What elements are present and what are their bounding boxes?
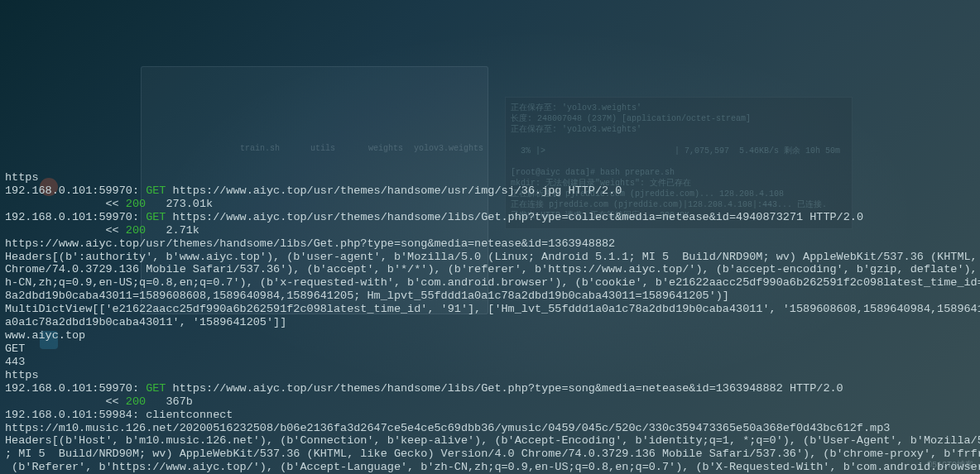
log-segment: a0a1c78a2dbd19b0caba43011', '1589641205'… xyxy=(5,316,286,328)
log-line: << 200 367b xyxy=(5,395,975,409)
terminal-output[interactable]: https192.168.0.101:59970: GET https://ww… xyxy=(0,171,980,474)
file-item: yolov3.weights xyxy=(414,144,483,154)
log-line: www.aiyc.top xyxy=(5,329,975,342)
log-segment: h-CN,zh;q=0.9,en-US;q=0.8,en;q=0.7'), (b… xyxy=(5,276,980,289)
log-segment: GET xyxy=(146,184,166,197)
log-line: 192.168.0.101:59984: clientconnect xyxy=(5,409,975,422)
log-segment: https://www.aiyc.top/usr/themes/handsome… xyxy=(166,184,622,197)
log-segment: 2.71k xyxy=(146,224,199,237)
log-segment: 443 xyxy=(5,356,25,368)
log-line: 443 xyxy=(5,356,975,369)
log-segment: 192.168.0.101:59970: xyxy=(5,382,146,395)
log-segment: 367b xyxy=(146,395,193,408)
log-line: https xyxy=(5,369,975,382)
log-line: ; MI 5 Build/NRD90M; wv) AppleWebKit/537… xyxy=(5,448,975,461)
log-line: https://m10.music.126.net/20200516232508… xyxy=(5,422,975,435)
log-line: (b'Referer', b'https://www.aiyc.top/'), … xyxy=(5,461,975,474)
log-line: GET xyxy=(5,342,975,356)
log-segment: (b'Referer', b'https://www.aiyc.top/'), … xyxy=(5,461,980,473)
log-segment: 192.168.0.101:59970: xyxy=(5,184,146,197)
log-segment: 200 xyxy=(126,395,146,408)
log-line: https://www.aiyc.top/usr/themes/handsome… xyxy=(5,237,975,251)
file-item: weights xyxy=(368,144,403,154)
log-line: Chrome/74.0.3729.136 Mobile Safari/537.3… xyxy=(5,263,975,276)
log-line: 192.168.0.101:59970: GET https://www.aiy… xyxy=(5,382,975,395)
log-segment: https://m10.music.126.net/20200516232508… xyxy=(5,422,890,434)
log-segment: 192.168.0.101:59970: xyxy=(5,211,146,223)
log-line: << 200 273.01k xyxy=(5,198,975,211)
log-segment: GET xyxy=(146,382,166,395)
log-line: 192.168.0.101:59970: GET https://www.aiy… xyxy=(5,211,975,224)
log-line: Headers[(b':authority', b'www.aiyc.top')… xyxy=(5,251,975,264)
log-segment: ; MI 5 Build/NRD90M; wv) AppleWebKit/537… xyxy=(5,448,980,460)
log-segment: 200 xyxy=(126,224,146,237)
log-segment: https xyxy=(5,171,39,184)
log-segment: 8a2dbd19b0caba43011=1589608608,158964098… xyxy=(5,290,729,302)
log-segment: Headers[(b':authority', b'www.aiyc.top')… xyxy=(5,251,980,263)
log-segment: 273.01k xyxy=(146,198,213,210)
log-line: https xyxy=(5,171,975,184)
watermark-text: ©51CTO博客 xyxy=(927,461,973,471)
log-segment: www.aiyc.top xyxy=(5,329,85,342)
log-segment: << xyxy=(5,395,126,408)
log-segment: Chrome/74.0.3729.136 Mobile Safari/537.3… xyxy=(5,263,980,275)
log-segment: MultiDictView[['e21622aacc25df990a6b2625… xyxy=(5,303,980,315)
log-segment: GET xyxy=(146,211,166,223)
log-segment: https://www.aiyc.top/usr/themes/handsome… xyxy=(166,211,863,223)
log-segment: https://www.aiyc.top/usr/themes/handsome… xyxy=(166,382,843,395)
log-line: h-CN,zh;q=0.9,en-US;q=0.8,en;q=0.7'), (b… xyxy=(5,276,975,290)
log-line: << 200 2.71k xyxy=(5,224,975,237)
log-segment: https xyxy=(5,369,39,381)
log-segment: 192.168.0.101:59984: clientconnect xyxy=(5,409,233,421)
log-line: a0a1c78a2dbd19b0caba43011', '1589641205'… xyxy=(5,316,975,329)
file-item: train.sh xyxy=(240,144,280,154)
log-segment: https://www.aiyc.top/usr/themes/handsome… xyxy=(5,237,615,250)
file-item: utils xyxy=(310,144,335,154)
log-segment: << xyxy=(5,224,126,237)
log-line: 192.168.0.101:59970: GET https://www.aiy… xyxy=(5,184,975,198)
log-segment: GET xyxy=(5,342,25,355)
log-line: 8a2dbd19b0caba43011=1589608608,158964098… xyxy=(5,290,975,303)
log-line: MultiDictView[['e21622aacc25df990a6b2625… xyxy=(5,303,975,316)
log-segment: << xyxy=(5,198,126,210)
log-segment: Headers[(b'Host', b'm10.music.126.net'),… xyxy=(5,434,980,447)
log-line: Headers[(b'Host', b'm10.music.126.net'),… xyxy=(5,434,975,448)
log-segment: 200 xyxy=(126,198,146,210)
